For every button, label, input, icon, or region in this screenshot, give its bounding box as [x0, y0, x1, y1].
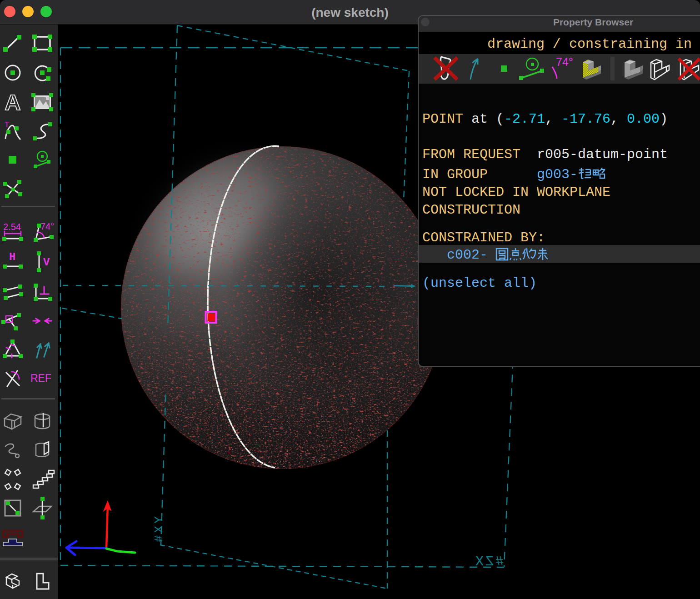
svg-text:H: H	[9, 251, 15, 263]
svg-text:#ZX: #ZX	[474, 554, 504, 569]
svg-text:#XY: #XY	[152, 514, 166, 542]
svg-text:74°: 74°	[556, 55, 573, 68]
svg-text:T: T	[5, 120, 9, 129]
svg-text:A: A	[5, 90, 20, 115]
svg-text:V: V	[43, 256, 50, 269]
svg-text:2.54: 2.54	[3, 222, 21, 232]
svg-text:74°: 74°	[40, 221, 54, 231]
svg-text:REF: REF	[30, 372, 51, 384]
